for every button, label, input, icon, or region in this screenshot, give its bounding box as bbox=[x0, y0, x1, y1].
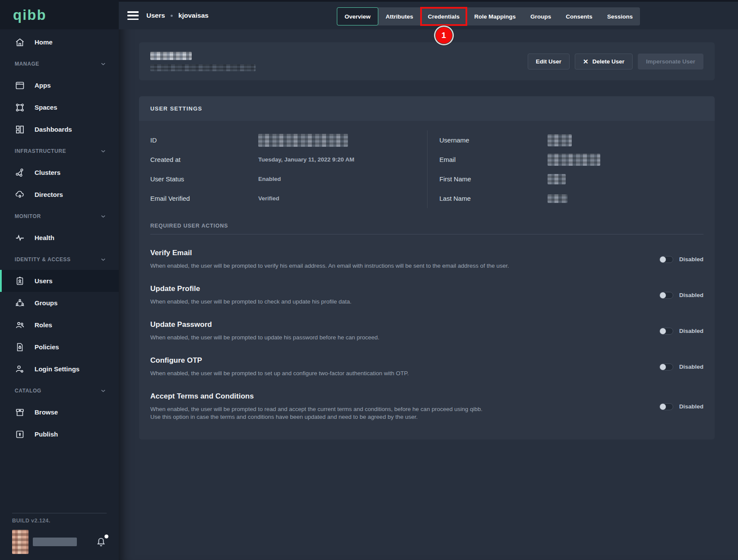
email-value-redacted bbox=[548, 154, 600, 166]
sidebar-item-publish[interactable]: Publish bbox=[0, 423, 119, 445]
sidebar-section-identity-access[interactable]: IDENTITY & ACCESS bbox=[0, 249, 119, 270]
field-label: First Name bbox=[440, 175, 548, 183]
first-name-value-redacted bbox=[548, 174, 566, 184]
sidebar-item-label: Apps bbox=[35, 82, 51, 89]
action-title: Verify Email bbox=[150, 249, 642, 257]
sidebar-item-label: Spaces bbox=[35, 104, 57, 111]
sidebar-item-clusters[interactable]: Clusters bbox=[0, 161, 119, 184]
action-info: Update Password When enabled, the user w… bbox=[150, 320, 659, 342]
tab-sessions[interactable]: Sessions bbox=[600, 7, 640, 25]
update-profile-toggle[interactable] bbox=[659, 292, 673, 299]
field-first-name: First Name bbox=[440, 169, 704, 189]
section-label: MANAGE bbox=[15, 61, 100, 67]
action-configure-otp: Configure OTP When enabled, the user wil… bbox=[150, 356, 703, 378]
apps-icon bbox=[15, 80, 25, 91]
action-info: Configure OTP When enabled, the user wil… bbox=[150, 356, 659, 378]
account-row[interactable] bbox=[12, 530, 107, 560]
sidebar-item-label: Health bbox=[35, 234, 54, 241]
sidebar-item-label: Publish bbox=[35, 430, 58, 438]
sidebar-item-label: Browse bbox=[35, 408, 58, 416]
dashboards-icon bbox=[15, 124, 25, 135]
accept-terms-toggle[interactable] bbox=[659, 403, 673, 410]
action-title: Update Profile bbox=[150, 285, 642, 293]
sidebar-section-monitor[interactable]: MONITOR bbox=[0, 206, 119, 227]
account-name-redacted bbox=[33, 538, 77, 546]
tab-role-mappings[interactable]: Role Mappings bbox=[467, 7, 523, 25]
sidebar-item-spaces[interactable]: Spaces bbox=[0, 96, 119, 118]
tab-overview[interactable]: Overview bbox=[337, 7, 378, 25]
breadcrumb: Users kjovaisas bbox=[146, 12, 209, 19]
sidebar-section-manage[interactable]: MANAGE bbox=[0, 53, 119, 74]
breadcrumb-current-user[interactable]: kjovaisas bbox=[178, 12, 209, 19]
sidebar-item-policies[interactable]: Policies bbox=[0, 336, 119, 358]
action-accept-terms: Accept Terms and Conditions When enabled… bbox=[150, 392, 703, 422]
sidebar-item-apps[interactable]: Apps bbox=[0, 74, 119, 96]
sidebar-item-label: Clusters bbox=[35, 169, 60, 176]
sidebar-item-label: Directors bbox=[35, 191, 63, 198]
user-identity bbox=[150, 52, 256, 71]
user-settings-fields: ID Created at Tuesday, January 11, 2022 … bbox=[139, 121, 715, 212]
toggle-state-label: Disabled bbox=[679, 403, 703, 410]
verify-email-toggle[interactable] bbox=[659, 256, 673, 263]
section-label: MONITOR bbox=[15, 213, 100, 219]
update-password-toggle[interactable] bbox=[659, 328, 673, 335]
action-title: Configure OTP bbox=[150, 356, 642, 365]
sidebar-item-login-settings[interactable]: Login Settings bbox=[0, 358, 119, 380]
configure-otp-toggle-group: Disabled bbox=[659, 364, 703, 370]
verify-email-toggle-group: Disabled bbox=[659, 256, 703, 263]
user-status-value: Enabled bbox=[258, 176, 281, 182]
sidebar-item-browse[interactable]: Browse bbox=[0, 401, 119, 423]
notification-dot bbox=[105, 535, 108, 538]
action-description: When enabled, the user will be prompted … bbox=[150, 334, 642, 342]
user-settings-title: USER SETTINGS bbox=[150, 105, 202, 112]
sidebar-item-directors[interactable]: Directors bbox=[0, 184, 119, 206]
section-label: CATALOG bbox=[15, 388, 100, 394]
tab-credentials[interactable]: Credentials 1 bbox=[421, 7, 467, 25]
toggle-state-label: Disabled bbox=[679, 292, 703, 298]
hamburger-menu-icon[interactable] bbox=[127, 11, 139, 20]
sidebar-item-label: Login Settings bbox=[35, 365, 79, 373]
tab-attributes[interactable]: Attributes bbox=[378, 7, 421, 25]
field-username: Username bbox=[440, 130, 704, 150]
toggle-knob bbox=[660, 328, 666, 334]
accept-terms-toggle-group: Disabled bbox=[659, 403, 703, 410]
policies-document-icon bbox=[15, 342, 25, 352]
tab-consents[interactable]: Consents bbox=[558, 7, 600, 25]
field-label: User Status bbox=[150, 175, 258, 183]
section-label: IDENTITY & ACCESS bbox=[15, 256, 100, 263]
sidebar-item-users[interactable]: Users bbox=[0, 270, 119, 292]
notifications-bell-icon[interactable] bbox=[95, 536, 107, 548]
field-user-status: User Status Enabled bbox=[150, 169, 412, 189]
sidebar-item-label: Home bbox=[35, 38, 53, 46]
tab-credentials-label: Credentials bbox=[428, 13, 460, 20]
required-user-actions: REQUIRED USER ACTIONS Verify Email When … bbox=[139, 212, 715, 440]
sidebar-section-catalog[interactable]: CATALOG bbox=[0, 380, 119, 401]
content: Edit User ✕ Delete User Impersonate User… bbox=[119, 42, 738, 440]
impersonate-user-button[interactable]: Impersonate User bbox=[638, 54, 703, 70]
sidebar-item-health[interactable]: Health bbox=[0, 227, 119, 249]
field-label: ID bbox=[150, 136, 258, 144]
action-title: Update Password bbox=[150, 320, 642, 329]
action-description-line2: Use this option in case the terms and co… bbox=[150, 413, 642, 421]
tab-groups[interactable]: Groups bbox=[523, 7, 558, 25]
sidebar-item-home[interactable]: Home bbox=[0, 31, 119, 53]
edit-user-button[interactable]: Edit User bbox=[528, 54, 570, 70]
main-area: Users kjovaisas Overview Attributes Cred… bbox=[119, 0, 738, 560]
clusters-icon bbox=[15, 168, 25, 178]
fields-column-right: Username Email First Name Last Name bbox=[427, 130, 704, 208]
chevron-down-icon bbox=[100, 148, 107, 155]
sidebar-section-infrastructure[interactable]: INFRASTRUCTURE bbox=[0, 140, 119, 161]
field-last-name: Last Name bbox=[440, 189, 704, 208]
breadcrumb-users[interactable]: Users bbox=[146, 12, 165, 19]
sidebar-item-dashboards[interactable]: Dashboards bbox=[0, 118, 119, 140]
action-verify-email: Verify Email When enabled, the user will… bbox=[150, 249, 703, 270]
sidebar-item-roles[interactable]: Roles bbox=[0, 314, 119, 336]
qibb-logo[interactable]: qibb bbox=[13, 8, 47, 22]
delete-user-button[interactable]: ✕ Delete User bbox=[575, 54, 633, 70]
action-update-password: Update Password When enabled, the user w… bbox=[150, 320, 703, 342]
user-name-redacted bbox=[150, 52, 192, 60]
sidebar-item-groups[interactable]: Groups bbox=[0, 292, 119, 314]
chevron-down-icon bbox=[100, 387, 107, 394]
configure-otp-toggle[interactable] bbox=[659, 364, 673, 370]
sidebar-footer: BUILD v2.124. bbox=[0, 513, 119, 560]
